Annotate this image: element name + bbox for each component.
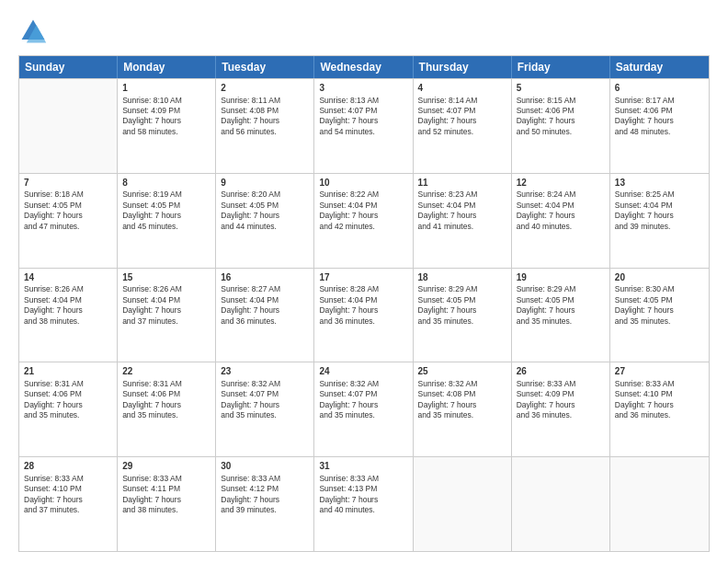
cell-line: Sunset: 4:06 PM xyxy=(122,389,210,399)
day-number: 30 xyxy=(221,460,309,473)
cell-line: Daylight: 7 hours xyxy=(615,400,704,410)
calendar-cell: 9Sunrise: 8:20 AMSunset: 4:05 PMDaylight… xyxy=(216,174,314,268)
day-number: 9 xyxy=(221,177,309,190)
calendar-cell: 31Sunrise: 8:33 AMSunset: 4:13 PMDayligh… xyxy=(314,457,413,551)
cell-line: and 37 minutes. xyxy=(122,316,210,327)
calendar-cell xyxy=(414,457,512,551)
calendar-cell: 25Sunrise: 8:32 AMSunset: 4:08 PMDayligh… xyxy=(414,362,512,456)
cell-line: and 40 minutes. xyxy=(517,222,605,232)
day-number: 19 xyxy=(517,271,605,284)
calendar-cell: 28Sunrise: 8:33 AMSunset: 4:10 PMDayligh… xyxy=(19,457,118,551)
calendar-cell: 11Sunrise: 8:23 AMSunset: 4:04 PMDayligh… xyxy=(414,174,512,268)
cell-line: Daylight: 7 hours xyxy=(122,305,210,316)
cell-line: Daylight: 7 hours xyxy=(122,211,210,221)
calendar-cell: 18Sunrise: 8:29 AMSunset: 4:05 PMDayligh… xyxy=(414,269,512,362)
cell-line: Sunrise: 8:22 AM xyxy=(319,190,407,200)
cell-line: Sunset: 4:10 PM xyxy=(24,484,112,494)
day-number: 11 xyxy=(418,177,506,190)
cell-line: Sunset: 4:04 PM xyxy=(319,201,407,211)
cell-line: Sunrise: 8:15 AM xyxy=(517,96,605,106)
cell-line: Daylight: 7 hours xyxy=(122,400,210,410)
cell-line: Sunrise: 8:32 AM xyxy=(319,379,407,389)
cell-line: Daylight: 7 hours xyxy=(418,400,506,410)
cell-line: Sunset: 4:07 PM xyxy=(319,106,407,116)
day-number: 23 xyxy=(221,365,309,378)
cell-line: Sunrise: 8:13 AM xyxy=(319,96,407,106)
cell-line: Daylight: 7 hours xyxy=(517,211,605,221)
cell-line: Sunrise: 8:33 AM xyxy=(221,474,309,484)
cell-line: and 41 minutes. xyxy=(418,222,506,232)
cell-line: Daylight: 7 hours xyxy=(418,116,506,126)
cell-line: and 36 minutes. xyxy=(319,316,407,327)
cell-line: and 39 minutes. xyxy=(221,505,309,515)
cell-line: Sunset: 4:10 PM xyxy=(615,389,704,399)
cell-line: and 35 minutes. xyxy=(24,410,112,420)
calendar-cell: 19Sunrise: 8:29 AMSunset: 4:05 PMDayligh… xyxy=(512,269,610,362)
day-number: 14 xyxy=(24,271,112,284)
cell-line: Sunrise: 8:26 AM xyxy=(122,284,210,294)
cell-line: Sunset: 4:04 PM xyxy=(122,295,210,305)
cell-line: Daylight: 7 hours xyxy=(24,305,112,316)
cell-line: Daylight: 7 hours xyxy=(122,116,210,126)
cell-line: Sunset: 4:06 PM xyxy=(517,106,605,116)
cell-line: Daylight: 7 hours xyxy=(319,305,407,316)
cell-line: and 54 minutes. xyxy=(319,127,407,137)
header-day-tuesday: Tuesday xyxy=(216,56,314,78)
calendar-cell: 16Sunrise: 8:27 AMSunset: 4:04 PMDayligh… xyxy=(216,269,314,362)
cell-line: Sunrise: 8:32 AM xyxy=(418,379,506,389)
calendar-cell: 1Sunrise: 8:10 AMSunset: 4:09 PMDaylight… xyxy=(118,79,216,173)
cell-line: Daylight: 7 hours xyxy=(122,495,210,505)
calendar-cell: 24Sunrise: 8:32 AMSunset: 4:07 PMDayligh… xyxy=(314,362,413,456)
cell-line: and 37 minutes. xyxy=(24,505,112,515)
day-number: 25 xyxy=(418,365,506,378)
cell-line: and 35 minutes. xyxy=(221,410,309,420)
day-number: 2 xyxy=(221,82,309,95)
calendar-cell: 20Sunrise: 8:30 AMSunset: 4:05 PMDayligh… xyxy=(610,269,709,362)
cell-line: Sunset: 4:05 PM xyxy=(615,295,704,305)
calendar-cell: 13Sunrise: 8:25 AMSunset: 4:04 PMDayligh… xyxy=(610,174,709,268)
calendar-row-2: 14Sunrise: 8:26 AMSunset: 4:04 PMDayligh… xyxy=(19,268,709,362)
cell-line: Daylight: 7 hours xyxy=(221,211,309,221)
cell-line: Sunrise: 8:32 AM xyxy=(221,379,309,389)
calendar-cell: 6Sunrise: 8:17 AMSunset: 4:06 PMDaylight… xyxy=(610,79,709,173)
header-day-wednesday: Wednesday xyxy=(314,56,413,78)
day-number: 20 xyxy=(615,271,704,284)
cell-line: Daylight: 7 hours xyxy=(615,211,704,221)
cell-line: Sunrise: 8:33 AM xyxy=(122,474,210,484)
cell-line: Sunset: 4:04 PM xyxy=(615,201,704,211)
cell-line: and 44 minutes. xyxy=(221,222,309,232)
cell-line: Sunrise: 8:23 AM xyxy=(418,190,506,200)
cell-line: and 35 minutes. xyxy=(418,316,506,327)
day-number: 22 xyxy=(122,365,210,378)
day-number: 15 xyxy=(122,271,210,284)
cell-line: Sunset: 4:05 PM xyxy=(221,201,309,211)
cell-line: Sunset: 4:05 PM xyxy=(517,295,605,305)
cell-line: Sunrise: 8:17 AM xyxy=(615,96,704,106)
day-number: 10 xyxy=(319,177,407,190)
cell-line: Sunrise: 8:27 AM xyxy=(221,284,309,294)
day-number: 6 xyxy=(615,82,704,95)
cell-line: Daylight: 7 hours xyxy=(418,211,506,221)
cell-line: Sunrise: 8:31 AM xyxy=(122,379,210,389)
cell-line: Sunrise: 8:33 AM xyxy=(615,379,704,389)
calendar-cell: 21Sunrise: 8:31 AMSunset: 4:06 PMDayligh… xyxy=(19,362,118,456)
calendar: SundayMondayTuesdayWednesdayThursdayFrid… xyxy=(18,55,710,552)
day-number: 26 xyxy=(517,365,605,378)
cell-line: Daylight: 7 hours xyxy=(319,116,407,126)
cell-line: Daylight: 7 hours xyxy=(615,116,704,126)
cell-line: Daylight: 7 hours xyxy=(517,400,605,410)
day-number: 21 xyxy=(24,365,112,378)
cell-line: and 36 minutes. xyxy=(517,410,605,420)
cell-line: and 42 minutes. xyxy=(319,222,407,232)
day-number: 29 xyxy=(122,460,210,473)
cell-line: Sunset: 4:12 PM xyxy=(221,484,309,494)
cell-line: Daylight: 7 hours xyxy=(615,305,704,316)
cell-line: Sunset: 4:04 PM xyxy=(319,295,407,305)
cell-line: Sunrise: 8:25 AM xyxy=(615,190,704,200)
cell-line: Sunset: 4:08 PM xyxy=(418,389,506,399)
cell-line: Sunrise: 8:10 AM xyxy=(122,96,210,106)
header xyxy=(18,17,710,46)
calendar-cell: 22Sunrise: 8:31 AMSunset: 4:06 PMDayligh… xyxy=(118,362,216,456)
cell-line: Daylight: 7 hours xyxy=(418,305,506,316)
calendar-row-3: 21Sunrise: 8:31 AMSunset: 4:06 PMDayligh… xyxy=(19,362,709,456)
